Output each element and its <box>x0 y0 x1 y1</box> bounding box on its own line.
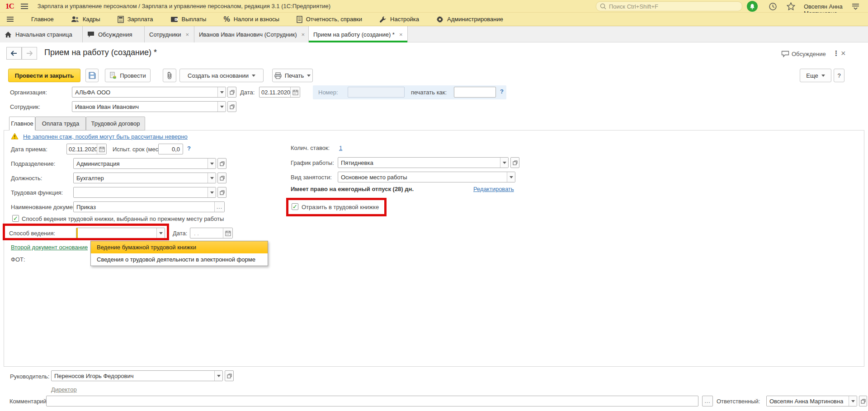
calculator-icon <box>118 16 124 23</box>
notifications-button[interactable] <box>747 1 758 12</box>
position-open-button[interactable] <box>217 173 226 183</box>
dropdown-arrow-icon[interactable] <box>500 158 508 168</box>
tab-oplata-truda[interactable]: Оплата труда <box>35 117 86 131</box>
responsible-open-button[interactable] <box>859 396 867 406</box>
sections-menu-icon[interactable] <box>6 16 14 22</box>
method-date-input[interactable]: . . <box>190 228 233 238</box>
more-actions-button[interactable]: Еще <box>800 69 831 82</box>
tab-discussions[interactable]: Обсуждения <box>83 26 145 42</box>
save-button[interactable] <box>85 69 99 82</box>
discussion-label[interactable]: Обсуждение <box>792 51 826 57</box>
schedule-combo[interactable]: Пятидневка <box>338 157 509 168</box>
department-open-button[interactable] <box>217 158 226 169</box>
post-button[interactable]: Провести <box>105 69 151 82</box>
responsible-combo[interactable]: Овсепян Анна Мартиновна <box>766 396 857 406</box>
calendar-icon[interactable] <box>223 228 232 238</box>
user-menu-icon[interactable] <box>852 3 859 10</box>
dropdown-arrow-icon[interactable] <box>208 173 216 183</box>
back-button[interactable] <box>6 47 22 60</box>
menu-item-zarplata[interactable]: Зарплата <box>118 16 153 23</box>
method-date-label: Дата: <box>173 230 187 237</box>
schedule-label: График работы: <box>291 159 334 166</box>
ellipsis-button[interactable]: ... <box>214 202 224 212</box>
dropdown-arrow-icon[interactable] <box>208 159 216 168</box>
dropdown-arrow-icon[interactable] <box>217 87 226 97</box>
position-combo[interactable]: Бухгалтер <box>73 173 216 183</box>
tab-hiring-document[interactable]: Прием на работу (создание) * × <box>309 26 408 42</box>
department-combo[interactable]: Администрация <box>73 158 216 169</box>
doc-date-input[interactable]: 02.11.2020 <box>259 87 300 98</box>
tab-close-icon[interactable]: × <box>302 31 305 38</box>
print-as-input[interactable] <box>454 87 496 98</box>
help-button[interactable]: ? <box>834 69 844 82</box>
labor-function-combo[interactable] <box>73 187 216 198</box>
dropdown-option-electronic[interactable]: Сведения о трудовой деятельности в элект… <box>91 253 268 266</box>
report-icon <box>297 16 302 23</box>
history-icon[interactable] <box>769 2 777 11</box>
warning-link[interactable]: Не заполнен стаж, пособия могут быть рас… <box>23 133 188 140</box>
prev-method-checkbox[interactable]: ✓ <box>12 215 19 222</box>
dropdown-arrow-icon[interactable] <box>849 396 857 406</box>
tab-glavnoe[interactable]: Главное <box>9 117 35 131</box>
employee-open-button[interactable] <box>227 101 236 112</box>
manager-open-button[interactable] <box>225 370 234 381</box>
hire-date-input[interactable]: 02.11.2020 <box>66 144 107 154</box>
employment-combo[interactable]: Основное место работы <box>338 172 515 182</box>
calendar-icon[interactable] <box>290 87 300 97</box>
menu-item-administrirovanie[interactable]: Администрирование <box>436 16 503 23</box>
tab-employees[interactable]: Сотрудники × <box>145 26 194 42</box>
discussion-icon[interactable] <box>781 51 789 57</box>
manager-position-link[interactable]: Директор <box>51 386 77 393</box>
dropdown-option-paper-workbook[interactable]: Ведение бумажной трудовой книжки <box>91 241 268 253</box>
method-combo[interactable] <box>76 228 165 238</box>
tab-close-icon[interactable]: × <box>399 31 403 38</box>
create-based-on-button[interactable]: Создать на основании <box>179 69 264 82</box>
comment-ellipsis-button[interactable]: ... <box>702 396 713 406</box>
global-search-input[interactable]: Поиск Ctrl+Shift+F <box>596 1 742 11</box>
workbook-checkbox-label[interactable]: Отразить в трудовой книжке <box>302 204 379 210</box>
prev-method-checkbox-label[interactable]: Способ ведения трудовой книжки, выбранны… <box>22 215 224 222</box>
doc-name-input[interactable]: Приказ ... <box>73 201 225 212</box>
probation-help[interactable]: ? <box>187 145 191 152</box>
post-and-close-button[interactable]: Провести и закрыть <box>8 69 80 82</box>
tab-employee-ivanov[interactable]: Иванов Иван Иванович (Сотрудник) × <box>194 26 309 42</box>
forward-button[interactable] <box>22 47 37 60</box>
paperclip-icon <box>167 72 172 79</box>
dropdown-arrow-icon[interactable] <box>208 187 216 197</box>
comment-input[interactable] <box>46 396 698 406</box>
favorites-star-icon[interactable] <box>787 2 795 10</box>
schedule-open-button[interactable] <box>510 157 519 168</box>
employee-combo[interactable]: Иванов Иван Иванович <box>72 101 226 112</box>
tab-home[interactable]: Начальная страница <box>0 26 83 42</box>
menu-item-nalogi[interactable]: % Налоги и взносы <box>223 15 279 23</box>
print-button[interactable]: Печать <box>272 69 313 82</box>
organization-open-button[interactable] <box>227 87 236 98</box>
edit-vacation-link[interactable]: Редактировать <box>473 186 514 192</box>
hire-date-label: Дата приема: <box>11 146 47 153</box>
print-as-help[interactable]: ? <box>500 88 504 95</box>
menu-item-otchetnost[interactable]: Отчетность, справки <box>297 16 362 23</box>
close-form-icon[interactable]: × <box>841 49 846 58</box>
dropdown-arrow-icon[interactable] <box>214 371 222 381</box>
dropdown-arrow-icon[interactable] <box>507 172 515 182</box>
calendar-icon[interactable] <box>97 144 106 154</box>
dropdown-arrow-icon[interactable] <box>217 102 226 112</box>
rate-count-link[interactable]: 1 <box>339 145 342 151</box>
workbook-checkbox[interactable]: ✓ <box>292 203 298 210</box>
menu-item-glavnoe[interactable]: Главное <box>31 16 54 23</box>
menu-item-nastroika[interactable]: Настройка <box>379 16 419 23</box>
more-menu-icon[interactable]: ⋮ <box>833 50 840 56</box>
tab-trudovoy-dogovor[interactable]: Трудовой договор <box>86 117 145 131</box>
second-doc-link[interactable]: Второй документ основание <box>11 244 88 251</box>
manager-combo[interactable]: Переносов Игорь Федорович <box>51 370 223 381</box>
bell-icon <box>750 4 755 9</box>
attachments-button[interactable] <box>163 69 176 82</box>
main-menu-icon[interactable] <box>20 3 28 9</box>
dropdown-arrow-icon[interactable] <box>156 228 165 238</box>
menu-item-kadry[interactable]: Кадры <box>71 16 100 23</box>
labor-function-open-button[interactable] <box>217 187 226 198</box>
organization-combo[interactable]: АЛЬФА ООО <box>72 87 226 98</box>
tab-close-icon[interactable]: × <box>185 31 189 38</box>
menu-item-vyplaty[interactable]: Выплаты <box>170 16 207 23</box>
probation-input[interactable]: 0,0 <box>158 144 183 154</box>
